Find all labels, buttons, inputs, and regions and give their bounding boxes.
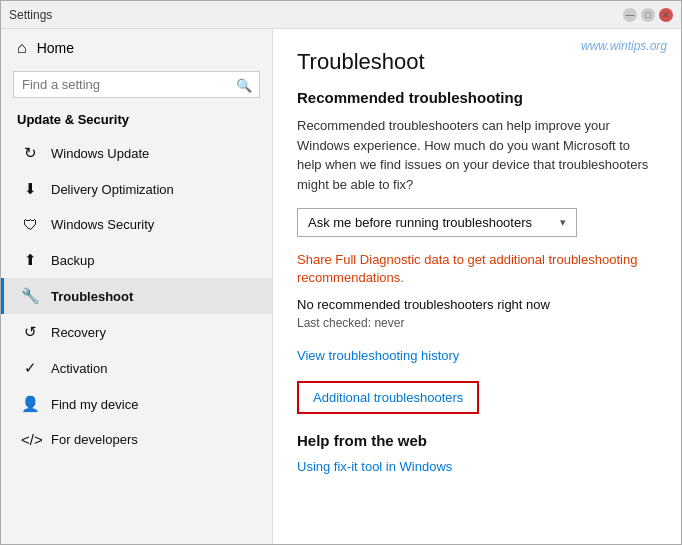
sidebar: ⌂ Home 🔍 Update & Security ↻ Windows Upd… xyxy=(1,29,273,544)
search-icon: 🔍 xyxy=(236,77,252,92)
recovery-icon: ↺ xyxy=(21,323,39,341)
page-title: Troubleshoot xyxy=(297,49,657,75)
sidebar-section-title: Update & Security xyxy=(1,106,272,135)
search-input[interactable] xyxy=(13,71,260,98)
sidebar-item-windows-update[interactable]: ↻ Windows Update xyxy=(1,135,272,171)
home-label: Home xyxy=(37,40,74,56)
view-history-link[interactable]: View troubleshooting history xyxy=(297,348,657,363)
dropdown-value: Ask me before running troubleshooters xyxy=(308,215,532,230)
troubleshoot-dropdown[interactable]: Ask me before running troubleshooters ▾ xyxy=(297,208,577,237)
close-button[interactable]: ✕ xyxy=(659,8,673,22)
troubleshoot-label: Troubleshoot xyxy=(51,289,133,304)
sidebar-item-find-my-device[interactable]: 👤 Find my device xyxy=(1,386,272,422)
troubleshoot-icon: 🔧 xyxy=(21,287,39,305)
backup-icon: ⬆ xyxy=(21,251,39,269)
minimize-button[interactable]: — xyxy=(623,8,637,22)
no-troubleshooters-text: No recommended troubleshooters right now xyxy=(297,297,657,312)
titlebar-title: Settings xyxy=(9,8,52,22)
additional-troubleshooters-button[interactable]: Additional troubleshooters xyxy=(297,381,479,414)
sidebar-item-for-developers[interactable]: </> For developers xyxy=(1,422,272,457)
windows-update-label: Windows Update xyxy=(51,146,149,161)
windows-security-icon: 🛡 xyxy=(21,216,39,233)
sidebar-item-activation[interactable]: ✓ Activation xyxy=(1,350,272,386)
find-my-device-icon: 👤 xyxy=(21,395,39,413)
home-icon: ⌂ xyxy=(17,39,27,57)
titlebar: Settings — □ ✕ xyxy=(1,1,681,29)
chevron-down-icon: ▾ xyxy=(560,216,566,229)
sidebar-item-windows-security[interactable]: 🛡 Windows Security xyxy=(1,207,272,242)
for-developers-label: For developers xyxy=(51,432,138,447)
sidebar-item-backup[interactable]: ⬆ Backup xyxy=(1,242,272,278)
diagnostic-link[interactable]: Share Full Diagnostic data to get additi… xyxy=(297,251,657,287)
section1-title: Recommended troubleshooting xyxy=(297,89,657,106)
activation-label: Activation xyxy=(51,361,107,376)
delivery-optimization-label: Delivery Optimization xyxy=(51,182,174,197)
sidebar-item-recovery[interactable]: ↺ Recovery xyxy=(1,314,272,350)
backup-label: Backup xyxy=(51,253,94,268)
last-checked-text: Last checked: never xyxy=(297,316,657,330)
sidebar-item-home[interactable]: ⌂ Home xyxy=(1,29,272,67)
search-box: 🔍 xyxy=(13,71,260,98)
windows-security-label: Windows Security xyxy=(51,217,154,232)
sidebar-item-troubleshoot[interactable]: 🔧 Troubleshoot xyxy=(1,278,272,314)
delivery-optimization-icon: ⬇ xyxy=(21,180,39,198)
help-link[interactable]: Using fix-it tool in Windows xyxy=(297,459,657,474)
recovery-label: Recovery xyxy=(51,325,106,340)
description: Recommended troubleshooters can help imp… xyxy=(297,116,657,194)
find-my-device-label: Find my device xyxy=(51,397,138,412)
activation-icon: ✓ xyxy=(21,359,39,377)
help-section-title: Help from the web xyxy=(297,432,657,449)
windows-update-icon: ↻ xyxy=(21,144,39,162)
maximize-button[interactable]: □ xyxy=(641,8,655,22)
titlebar-controls: — □ ✕ xyxy=(623,8,673,22)
sidebar-item-delivery-optimization[interactable]: ⬇ Delivery Optimization xyxy=(1,171,272,207)
for-developers-icon: </> xyxy=(21,431,39,448)
main-content: www.wintips.org Troubleshoot Recommended… xyxy=(273,29,681,512)
